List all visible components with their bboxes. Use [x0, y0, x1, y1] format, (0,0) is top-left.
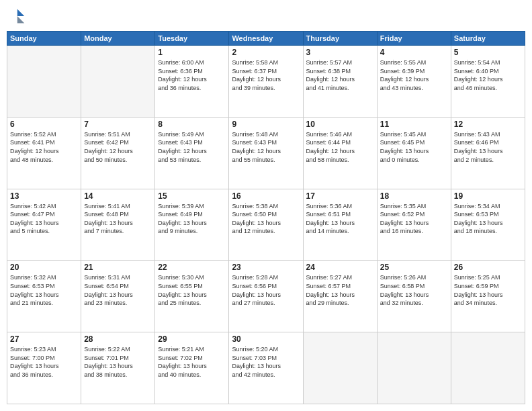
- day-number: 13: [10, 191, 78, 201]
- day-info: Sunrise: 5:27 AM Sunset: 6:57 PM Dayligh…: [306, 273, 374, 307]
- calendar-cell: 9Sunrise: 5:48 AM Sunset: 6:43 PM Daylig…: [229, 117, 303, 189]
- calendar-cell: 17Sunrise: 5:36 AM Sunset: 6:51 PM Dayli…: [303, 189, 377, 261]
- calendar-cell: [451, 332, 525, 404]
- calendar-cell: 11Sunrise: 5:45 AM Sunset: 6:45 PM Dayli…: [377, 117, 451, 189]
- calendar-cell: 10Sunrise: 5:46 AM Sunset: 6:44 PM Dayli…: [303, 117, 377, 189]
- calendar-cell: 19Sunrise: 5:34 AM Sunset: 6:53 PM Dayli…: [451, 189, 525, 261]
- day-info: Sunrise: 5:41 AM Sunset: 6:48 PM Dayligh…: [84, 202, 152, 236]
- calendar-cell: 8Sunrise: 5:49 AM Sunset: 6:43 PM Daylig…: [155, 117, 229, 189]
- calendar-cell: 22Sunrise: 5:30 AM Sunset: 6:55 PM Dayli…: [155, 261, 229, 332]
- day-info: Sunrise: 6:00 AM Sunset: 6:36 PM Dayligh…: [158, 58, 226, 92]
- day-number: 3: [306, 48, 374, 57]
- day-number: 12: [454, 120, 522, 129]
- day-info: Sunrise: 5:42 AM Sunset: 6:47 PM Dayligh…: [10, 202, 78, 236]
- calendar-cell: 27Sunrise: 5:23 AM Sunset: 7:00 PM Dayli…: [7, 332, 81, 404]
- day-number: 24: [306, 263, 374, 272]
- day-number: 14: [84, 191, 152, 201]
- calendar-cell: 5Sunrise: 5:54 AM Sunset: 6:40 PM Daylig…: [451, 46, 525, 118]
- day-info: Sunrise: 5:22 AM Sunset: 7:01 PM Dayligh…: [84, 345, 152, 379]
- weekday-header: Saturday: [451, 32, 525, 46]
- day-number: 15: [158, 191, 226, 201]
- day-number: 7: [84, 120, 152, 129]
- day-info: Sunrise: 5:26 AM Sunset: 6:58 PM Dayligh…: [380, 273, 448, 307]
- day-number: 2: [232, 48, 300, 57]
- day-number: 16: [232, 191, 300, 201]
- day-info: Sunrise: 5:49 AM Sunset: 6:43 PM Dayligh…: [158, 130, 226, 164]
- calendar-cell: 3Sunrise: 5:57 AM Sunset: 6:38 PM Daylig…: [303, 46, 377, 118]
- weekday-header: Wednesday: [229, 32, 303, 46]
- weekday-header: Sunday: [7, 32, 81, 46]
- day-number: 4: [380, 48, 448, 57]
- calendar-cell: 1Sunrise: 6:00 AM Sunset: 6:36 PM Daylig…: [155, 46, 229, 118]
- day-info: Sunrise: 5:46 AM Sunset: 6:44 PM Dayligh…: [306, 130, 374, 164]
- weekday-header: Tuesday: [155, 32, 229, 46]
- day-info: Sunrise: 5:39 AM Sunset: 6:49 PM Dayligh…: [158, 202, 226, 236]
- calendar-header-row: SundayMondayTuesdayWednesdayThursdayFrid…: [7, 32, 525, 46]
- calendar-cell: 13Sunrise: 5:42 AM Sunset: 6:47 PM Dayli…: [7, 189, 81, 261]
- day-number: 18: [380, 191, 448, 201]
- calendar-cell: 4Sunrise: 5:55 AM Sunset: 6:39 PM Daylig…: [377, 46, 451, 118]
- day-number: 5: [454, 48, 522, 57]
- day-number: 11: [380, 120, 448, 129]
- weekday-header: Monday: [81, 32, 155, 46]
- calendar-cell: 29Sunrise: 5:21 AM Sunset: 7:02 PM Dayli…: [155, 332, 229, 404]
- day-info: Sunrise: 5:35 AM Sunset: 6:52 PM Dayligh…: [380, 202, 448, 236]
- day-info: Sunrise: 5:20 AM Sunset: 7:03 PM Dayligh…: [232, 345, 300, 379]
- calendar-cell: 20Sunrise: 5:32 AM Sunset: 6:53 PM Dayli…: [7, 261, 81, 332]
- calendar-week-row: 20Sunrise: 5:32 AM Sunset: 6:53 PM Dayli…: [7, 261, 525, 332]
- calendar-cell: 18Sunrise: 5:35 AM Sunset: 6:52 PM Dayli…: [377, 189, 451, 261]
- day-number: 17: [306, 191, 374, 201]
- calendar-cell: 26Sunrise: 5:25 AM Sunset: 6:59 PM Dayli…: [451, 261, 525, 332]
- weekday-header: Thursday: [303, 32, 377, 46]
- header: [7, 7, 525, 26]
- calendar-cell: 28Sunrise: 5:22 AM Sunset: 7:01 PM Dayli…: [81, 332, 155, 404]
- logo-icon: [7, 7, 26, 26]
- day-number: 28: [84, 334, 152, 344]
- day-number: 20: [10, 263, 78, 272]
- calendar-cell: 21Sunrise: 5:31 AM Sunset: 6:54 PM Dayli…: [81, 261, 155, 332]
- day-number: 23: [232, 263, 300, 272]
- day-number: 19: [454, 191, 522, 201]
- calendar-cell: 23Sunrise: 5:28 AM Sunset: 6:56 PM Dayli…: [229, 261, 303, 332]
- calendar-body: 1Sunrise: 6:00 AM Sunset: 6:36 PM Daylig…: [7, 46, 525, 404]
- calendar-cell: [81, 46, 155, 118]
- calendar-week-row: 27Sunrise: 5:23 AM Sunset: 7:00 PM Dayli…: [7, 332, 525, 404]
- day-info: Sunrise: 5:25 AM Sunset: 6:59 PM Dayligh…: [454, 273, 522, 307]
- calendar-cell: 12Sunrise: 5:43 AM Sunset: 6:46 PM Dayli…: [451, 117, 525, 189]
- calendar-cell: 15Sunrise: 5:39 AM Sunset: 6:49 PM Dayli…: [155, 189, 229, 261]
- day-info: Sunrise: 5:21 AM Sunset: 7:02 PM Dayligh…: [158, 345, 226, 379]
- logo: [7, 7, 28, 26]
- day-info: Sunrise: 5:34 AM Sunset: 6:53 PM Dayligh…: [454, 202, 522, 236]
- calendar-cell: 24Sunrise: 5:27 AM Sunset: 6:57 PM Dayli…: [303, 261, 377, 332]
- calendar-cell: 7Sunrise: 5:51 AM Sunset: 6:42 PM Daylig…: [81, 117, 155, 189]
- calendar-cell: [7, 46, 81, 118]
- calendar-cell: [303, 332, 377, 404]
- day-info: Sunrise: 5:31 AM Sunset: 6:54 PM Dayligh…: [84, 273, 152, 307]
- day-info: Sunrise: 5:43 AM Sunset: 6:46 PM Dayligh…: [454, 130, 522, 164]
- calendar-table: SundayMondayTuesdayWednesdayThursdayFrid…: [7, 31, 525, 404]
- day-number: 25: [380, 263, 448, 272]
- calendar-week-row: 1Sunrise: 6:00 AM Sunset: 6:36 PM Daylig…: [7, 46, 525, 118]
- weekday-header: Friday: [377, 32, 451, 46]
- day-number: 6: [10, 120, 78, 129]
- day-number: 22: [158, 263, 226, 272]
- day-info: Sunrise: 5:58 AM Sunset: 6:37 PM Dayligh…: [232, 58, 300, 92]
- day-number: 8: [158, 120, 226, 129]
- day-info: Sunrise: 5:48 AM Sunset: 6:43 PM Dayligh…: [232, 130, 300, 164]
- day-info: Sunrise: 5:54 AM Sunset: 6:40 PM Dayligh…: [454, 58, 522, 92]
- day-info: Sunrise: 5:36 AM Sunset: 6:51 PM Dayligh…: [306, 202, 374, 236]
- calendar-week-row: 13Sunrise: 5:42 AM Sunset: 6:47 PM Dayli…: [7, 189, 525, 261]
- day-info: Sunrise: 5:30 AM Sunset: 6:55 PM Dayligh…: [158, 273, 226, 307]
- calendar-cell: 6Sunrise: 5:52 AM Sunset: 6:41 PM Daylig…: [7, 117, 81, 189]
- day-number: 21: [84, 263, 152, 272]
- day-number: 9: [232, 120, 300, 129]
- calendar-cell: [377, 332, 451, 404]
- day-number: 10: [306, 120, 374, 129]
- day-info: Sunrise: 5:55 AM Sunset: 6:39 PM Dayligh…: [380, 58, 448, 92]
- calendar-cell: 30Sunrise: 5:20 AM Sunset: 7:03 PM Dayli…: [229, 332, 303, 404]
- calendar-cell: 2Sunrise: 5:58 AM Sunset: 6:37 PM Daylig…: [229, 46, 303, 118]
- page: SundayMondayTuesdayWednesdayThursdayFrid…: [0, 0, 532, 411]
- calendar-cell: 16Sunrise: 5:38 AM Sunset: 6:50 PM Dayli…: [229, 189, 303, 261]
- day-info: Sunrise: 5:32 AM Sunset: 6:53 PM Dayligh…: [10, 273, 78, 307]
- calendar-week-row: 6Sunrise: 5:52 AM Sunset: 6:41 PM Daylig…: [7, 117, 525, 189]
